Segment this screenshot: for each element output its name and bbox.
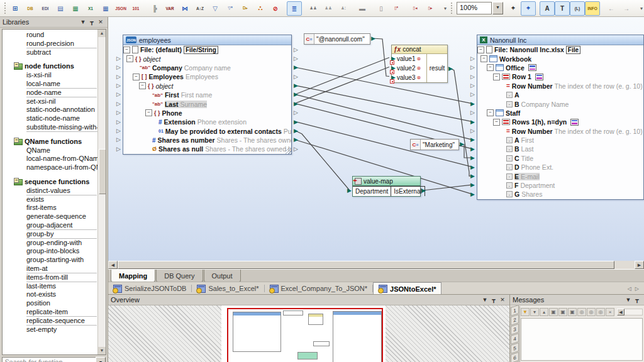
show-annotations-icon[interactable]: A: [540, 1, 555, 16]
function-item[interactable]: static-node-name: [3, 114, 98, 123]
tree-node-employees[interactable]: ▷−[ ]EmployeesEmployees▷: [123, 72, 291, 81]
tree-node-g[interactable]: ▶-GShares▷: [477, 190, 643, 199]
expander-icon[interactable]: −: [139, 82, 146, 89]
close-icon[interactable]: ✕: [498, 297, 507, 303]
insert-edi-icon[interactable]: EDI: [38, 1, 53, 16]
pin-icon[interactable]: ┳: [489, 297, 498, 303]
function-concat[interactable]: ƒx concat ▶value1⊗▶value2⊗▶value3⊗ resul…: [391, 45, 448, 83]
show-tips-icon[interactable]: INFO: [585, 1, 600, 16]
show-library-icon[interactable]: (L): [570, 1, 585, 16]
mapping-canvas[interactable]: JSON employees −File: (default)File/Stri…: [108, 17, 644, 261]
function-item[interactable]: node-name: [3, 89, 98, 97]
tree-node-shares-as-number[interactable]: ▷#Shares as numberShares - The shares ow…: [123, 136, 291, 145]
minimap-viewport[interactable]: [227, 308, 383, 362]
clear-icon[interactable]: ×: [606, 308, 614, 316]
function-item[interactable]: first-items: [3, 204, 98, 212]
tree-node-a[interactable]: ▶-AFirst▷: [477, 136, 643, 145]
function-item[interactable]: replicate-item: [3, 308, 98, 317]
import-component-icon[interactable]: ▯◂: [408, 1, 423, 16]
forward-icon[interactable]: →: [619, 1, 634, 16]
copy-message-icon[interactable]: ▣: [549, 308, 558, 316]
output-connector-icon[interactable]: ▶: [460, 141, 464, 147]
connection-line[interactable]: [295, 131, 350, 190]
sql-where-icon[interactable]: ▽*: [223, 1, 238, 16]
filter-messages-icon[interactable]: ▼: [521, 308, 530, 316]
function-item[interactable]: is-xsi-nil: [3, 71, 98, 80]
join-icon[interactable]: ⋈: [177, 1, 192, 16]
input-connector-icon[interactable]: ▷: [470, 65, 475, 70]
library-scrollbar[interactable]: ▲ ▼: [97, 30, 106, 354]
exception-icon[interactable]: ⊘: [268, 1, 283, 16]
output-connector-icon[interactable]: ▷: [294, 110, 298, 116]
prev-message-icon[interactable]: ▴: [540, 308, 548, 316]
canvas-hscrollbar[interactable]: ◀ ▶: [108, 261, 644, 269]
node-file-button[interactable]: File: [566, 46, 580, 54]
expander-icon[interactable]: −: [487, 109, 494, 116]
expander-icon[interactable]: −: [133, 74, 140, 80]
toolbar-overflow-icon[interactable]: ▾: [441, 1, 449, 16]
scroll-down-icon[interactable]: ▼: [98, 347, 106, 354]
expander-icon[interactable]: −: [145, 109, 152, 116]
panel-menu-icon[interactable]: ▼: [624, 297, 633, 303]
insert-binary-icon[interactable]: 101: [128, 1, 143, 16]
scroll-thumb[interactable]: [99, 149, 106, 194]
show-types-icon[interactable]: T: [555, 1, 570, 16]
connection-line[interactable]: [423, 185, 472, 190]
input-connector-icon[interactable]: ▷: [116, 110, 121, 116]
function-item[interactable]: namespace-uri-from-QNa: [3, 163, 98, 172]
match-by-position-icon[interactable]: ♟♟: [321, 1, 336, 16]
connection-line[interactable]: [295, 85, 472, 122]
next-message-icon[interactable]: ▾: [530, 308, 539, 316]
expander-icon[interactable]: −: [480, 55, 487, 62]
scroll-left-icon[interactable]: ◀: [617, 309, 625, 315]
function-item[interactable]: set-xsi-nil: [3, 97, 98, 106]
sort-icon[interactable]: A↕Z: [192, 1, 208, 16]
card-icon[interactable]: ▬: [355, 1, 370, 16]
input-connector-icon[interactable]: ▷: [116, 83, 121, 89]
tree-node-workbook[interactable]: ▷−Workbook▷: [477, 54, 643, 63]
output-connector-icon[interactable]: ▶: [294, 128, 298, 134]
library-group-header[interactable]: node functions: [3, 62, 98, 71]
search-dropdown-icon[interactable]: ▼: [96, 357, 106, 362]
function-item[interactable]: group-starting-with: [3, 256, 98, 265]
connect-tree-icon[interactable]: ╠: [147, 1, 162, 16]
function-item[interactable]: group-ending-with: [3, 239, 98, 248]
find-prev-icon[interactable]: ◎: [596, 308, 605, 316]
expander-icon[interactable]: −: [487, 64, 494, 71]
tree-node-b[interactable]: ▶-BCompany Name▷: [477, 99, 643, 108]
tree-node-shares-as-null[interactable]: ▷ØShares as nullShares - The shares owne…: [123, 145, 291, 153]
component-employees[interactable]: JSON employees −File: (default)File/Stri…: [123, 35, 292, 155]
tree-node-staff[interactable]: ▷−Staff▷: [477, 109, 643, 118]
view-tab-output[interactable]: Output: [204, 270, 241, 282]
tree-node-object[interactable]: ▷−{ }object▶: [123, 82, 291, 90]
function-item[interactable]: replicate-sequence: [3, 317, 98, 326]
document-tab-sales_to_excel[interactable]: Sales_to_Excel*: [192, 282, 264, 295]
tree-node-b[interactable]: ▶-BLast▷: [477, 145, 643, 153]
function-item[interactable]: set-empty: [3, 326, 98, 334]
input-connector-icon[interactable]: ▷: [470, 74, 475, 80]
table-settings-icon[interactable]: [570, 119, 579, 126]
input-connector-icon[interactable]: ▷: [470, 128, 475, 134]
expander-icon[interactable]: −: [126, 55, 133, 62]
tree-node-a[interactable]: ▷-A▷: [477, 90, 643, 99]
back-icon[interactable]: ←: [604, 1, 619, 16]
expander-icon[interactable]: −: [493, 74, 500, 80]
input-connector-icon[interactable]: ▷: [116, 119, 121, 125]
tree-node-last[interactable]: ▷"ab"LastSurname▶: [123, 99, 291, 108]
tree-node-e[interactable]: ▶-EE-mail▷: [477, 172, 643, 180]
function-item[interactable]: round-precision: [3, 40, 98, 48]
table-settings-icon[interactable]: [528, 64, 536, 71]
output-connector-icon[interactable]: ▶: [294, 119, 298, 125]
tree-node-first[interactable]: ▷"ab"FirstFirst name▶: [123, 90, 291, 99]
function-item[interactable]: local-name: [3, 80, 98, 89]
tree-node-extension[interactable]: ▷#ExtensionPhone extension▶: [123, 118, 291, 126]
nanonull-header[interactable]: X Nanonull Inc: [477, 35, 643, 45]
output-connector-icon[interactable]: ▶: [421, 188, 426, 194]
function-value-map[interactable]: value-map Department IsExternal ▶ ▶: [352, 176, 421, 197]
input-connector-icon[interactable]: ▶: [470, 165, 475, 170]
input-connector-icon[interactable]: ▷: [116, 65, 121, 70]
function-item[interactable]: exists: [3, 195, 98, 204]
output-connector-icon[interactable]: ▷: [294, 47, 298, 53]
output-connector-icon[interactable]: ▶: [294, 83, 298, 89]
tree-node-file-default[interactable]: −File: (default)File/String▷: [123, 45, 291, 54]
